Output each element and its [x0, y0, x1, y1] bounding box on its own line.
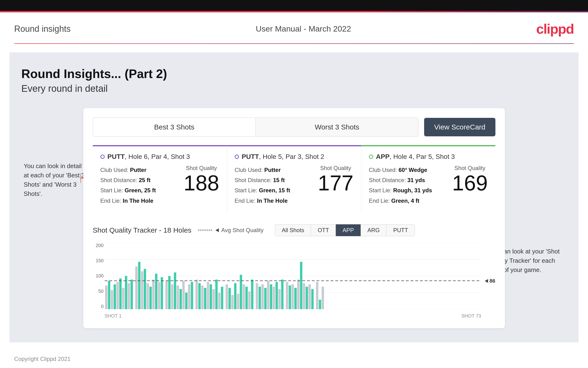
shot-card-2-header: PUTT, Hole 5, Par 3, Shot 2 [235, 153, 354, 161]
tabs-row: Best 3 Shots Worst 3 Shots View ScoreCar… [93, 118, 495, 137]
svg-rect-12 [108, 281, 110, 309]
header: Round insights User Manual - March 2022 … [0, 12, 588, 43]
svg-rect-77 [303, 283, 305, 309]
svg-rect-78 [306, 287, 308, 309]
svg-rect-28 [155, 274, 157, 309]
svg-rect-51 [225, 284, 228, 309]
svg-rect-24 [143, 269, 146, 309]
chart-container: 200 150 100 50 0 [93, 243, 495, 319]
svg-rect-81 [316, 282, 318, 309]
svg-rect-19 [128, 283, 130, 309]
top-bar [0, 0, 588, 12]
shot-card-1-info: Club Used: Putter Shot Distance: 25 ft S… [100, 165, 156, 206]
tracker-title: Shot Quality Tracker - 18 Holes [93, 226, 192, 234]
svg-rect-46 [210, 284, 212, 309]
svg-rect-52 [228, 288, 231, 309]
filter-tab-arg[interactable]: ARG [361, 224, 386, 236]
svg-rect-73 [291, 284, 294, 309]
svg-rect-49 [218, 293, 220, 309]
shot-quality-number-1: 188 [184, 172, 219, 194]
svg-rect-63 [261, 284, 263, 309]
view-scorecard-button[interactable]: View ScoreCard [424, 118, 495, 136]
svg-rect-37 [182, 281, 184, 309]
svg-rect-13 [111, 290, 113, 309]
svg-rect-43 [201, 285, 203, 309]
shot-card-3-header: APP, Hole 4, Par 5, Shot 3 [369, 153, 488, 161]
x-label-end: SHOT 73 [462, 313, 481, 319]
svg-rect-22 [138, 262, 140, 309]
shot-card-1-details: Club Used: Putter Shot Distance: 25 ft S… [100, 165, 219, 206]
shot-cards-row: PUTT, Hole 6, Par 4, Shot 3 Club Used: P… [93, 145, 495, 212]
avg-value-display: 86 [485, 278, 495, 284]
tab-worst-shots[interactable]: Worst 3 Shots [256, 118, 418, 137]
filter-tabs: All Shots OTT APP ARG PUTT [275, 224, 415, 236]
tracker-header: Shot Quality Tracker - 18 Holes Avg Shot… [93, 224, 495, 236]
svg-rect-39 [188, 284, 190, 309]
svg-rect-23 [141, 271, 143, 309]
shot-card-2-title: PUTT, Hole 5, Par 3, Shot 2 [242, 153, 325, 161]
shot-card-1: PUTT, Hole 6, Par 4, Shot 3 Club Used: P… [93, 145, 227, 212]
filter-tab-app[interactable]: APP [336, 224, 361, 236]
svg-rect-35 [177, 285, 179, 309]
footer-text: Copyright Clippd 2021 [14, 356, 70, 362]
shot-card-3: APP, Hole 4, Par 5, Shot 3 Club Used: 60… [361, 145, 495, 212]
header-divider [14, 43, 574, 44]
svg-rect-62 [258, 287, 261, 309]
tracker-section: Shot Quality Tracker - 18 Holes Avg Shot… [93, 224, 495, 319]
svg-rect-67 [272, 287, 275, 309]
shot-dot-3 [369, 155, 373, 159]
svg-rect-26 [149, 287, 152, 309]
shot-card-3-title: APP, Hole 4, Par 5, Shot 3 [376, 153, 455, 161]
svg-rect-70 [281, 280, 283, 309]
filter-tab-putt[interactable]: PUTT [386, 224, 415, 236]
main-content: You can look in detail at each of your '… [9, 52, 579, 342]
svg-rect-21 [135, 267, 138, 309]
svg-rect-66 [270, 284, 272, 309]
svg-rect-71 [286, 282, 288, 309]
shot-card-3-info: Club Used: 60° Wedge Shot Distance: 31 y… [369, 165, 432, 206]
annotation-left: You can look in detail at each of your '… [24, 161, 85, 198]
shot-card-1-title: PUTT, Hole 6, Par 4, Shot 3 [107, 153, 190, 161]
svg-rect-27 [152, 280, 154, 309]
svg-rect-48 [215, 280, 218, 309]
svg-rect-42 [198, 283, 201, 309]
shot-dot-1 [100, 155, 105, 159]
svg-rect-45 [207, 282, 209, 309]
logo: clippd [536, 21, 574, 37]
shot-card-1-quality: Shot Quality 188 [184, 165, 219, 194]
avg-quality-legend: Avg Shot Quality [198, 227, 263, 234]
tab-best-shots[interactable]: Best 3 Shots [93, 118, 256, 137]
x-label-start: SHOT 1 [105, 313, 122, 319]
shot-card-3-details: Club Used: 60° Wedge Shot Distance: 31 y… [369, 165, 488, 206]
shot-quality-label-2: Shot Quality [318, 165, 353, 171]
svg-rect-40 [191, 282, 193, 309]
svg-rect-59 [248, 291, 251, 309]
svg-rect-68 [275, 282, 278, 309]
svg-rect-11 [105, 285, 107, 309]
svg-rect-80 [311, 289, 314, 309]
svg-rect-79 [308, 284, 311, 309]
top-bar-stripe [0, 11, 588, 12]
svg-rect-20 [131, 280, 133, 309]
header-center: User Manual - March 2022 [256, 24, 351, 33]
svg-rect-33 [171, 284, 173, 309]
shot-card-2: PUTT, Hole 5, Par 3, Shot 2 Club Used: P… [227, 145, 361, 212]
shot-quality-number-3: 169 [452, 172, 488, 194]
svg-rect-30 [161, 277, 163, 309]
svg-rect-53 [231, 295, 234, 309]
shot-card-3-quality: Shot Quality 169 [452, 165, 488, 194]
filter-tab-ott[interactable]: OTT [311, 224, 336, 236]
shot-quality-label-1: Shot Quality [184, 165, 219, 171]
svg-rect-55 [237, 294, 239, 309]
footer: Copyright Clippd 2021 [0, 351, 588, 367]
svg-rect-60 [251, 280, 253, 309]
shot-quality-number-2: 177 [318, 172, 353, 194]
svg-rect-17 [122, 288, 124, 309]
filter-tab-all-shots[interactable]: All Shots [275, 224, 311, 236]
svg-rect-31 [165, 281, 168, 309]
svg-rect-76 [300, 262, 302, 309]
svg-rect-65 [267, 281, 269, 309]
svg-rect-36 [179, 289, 182, 309]
svg-rect-14 [114, 284, 116, 309]
shot-card-2-info: Club Used: Putter Shot Distance: 15 ft S… [235, 165, 290, 206]
